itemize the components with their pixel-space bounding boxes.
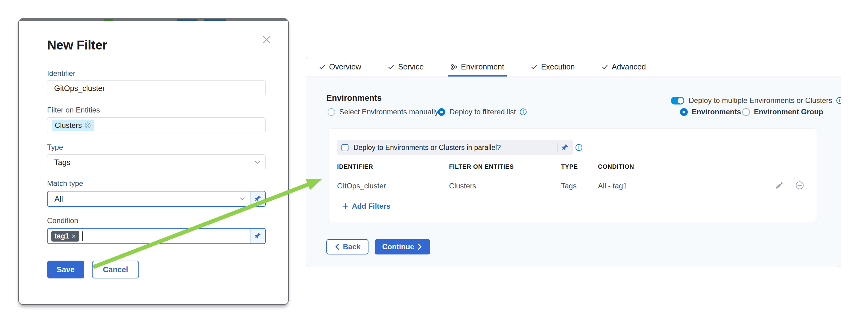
edit-icon[interactable] xyxy=(775,181,784,190)
strip-blue-segment xyxy=(177,19,197,21)
text-caret xyxy=(82,231,83,241)
continue-label: Continue xyxy=(382,242,414,251)
filters-card: Deploy to Environments or Clusters in pa… xyxy=(328,128,817,222)
info-icon[interactable] xyxy=(520,108,527,116)
identifier-label: Identifier xyxy=(47,69,75,78)
environment-tab-content: Environments Select Environments manuall… xyxy=(306,77,841,267)
radio-deploy-filtered-label: Deploy to filtered list xyxy=(450,107,516,116)
type-label: Type xyxy=(47,143,63,152)
radio-deploy-filtered[interactable] xyxy=(438,108,445,116)
info-icon[interactable] xyxy=(575,144,583,151)
radio-environment-group[interactable] xyxy=(742,108,750,116)
pin-button[interactable] xyxy=(250,192,265,206)
radio-environment-group-label: Environment Group xyxy=(754,107,823,116)
add-filters-label: Add Filters xyxy=(352,202,390,210)
check-icon xyxy=(601,63,609,70)
tab-label: Service xyxy=(398,62,424,71)
new-filter-modal: New Filter Identifier GitOps_cluster Fil… xyxy=(18,18,289,305)
pipeline-stage-panel: Overview Service Environment xyxy=(306,57,841,267)
chevron-down-icon xyxy=(239,196,245,202)
pin-icon xyxy=(254,233,261,240)
radio-select-manually[interactable] xyxy=(328,108,335,116)
strip-blue-segment xyxy=(204,19,226,21)
chevron-right-icon xyxy=(417,243,423,250)
row-entities: Clusters xyxy=(449,182,476,190)
environment-icon xyxy=(450,63,458,71)
close-icon[interactable] xyxy=(262,35,272,44)
screenshot-root: New Filter Identifier GitOps_cluster Fil… xyxy=(0,0,868,327)
add-filters-button[interactable]: Add Filters xyxy=(342,202,390,210)
row-identifier: GitOps_cluster xyxy=(337,182,386,190)
save-button[interactable]: Save xyxy=(47,261,84,279)
tag1-chip[interactable]: tag1 xyxy=(51,231,79,241)
tab-label: Advanced xyxy=(612,62,646,71)
parallel-option-row: Deploy to Environments or Clusters in pa… xyxy=(337,140,573,155)
environments-heading: Environments xyxy=(327,93,382,103)
chevron-down-icon xyxy=(254,159,260,165)
type-value: Tags xyxy=(54,158,70,167)
entities-label: Filter on Entities xyxy=(47,106,100,114)
tab-environment[interactable]: Environment xyxy=(450,57,504,76)
tab-label: Overview xyxy=(329,62,361,71)
deploy-multiple-toggle-label: Deploy to multiple Environments or Clust… xyxy=(689,96,832,105)
entities-input[interactable]: Clusters xyxy=(47,118,266,133)
plus-icon xyxy=(342,203,349,209)
cancel-button[interactable]: Cancel xyxy=(92,261,139,279)
strip-green-segment xyxy=(104,19,113,21)
tab-overview[interactable]: Overview xyxy=(319,57,361,76)
deploy-multiple-toggle[interactable] xyxy=(671,97,684,104)
chevron-left-icon xyxy=(334,243,340,250)
modal-top-strip xyxy=(19,19,288,21)
clusters-chip[interactable]: Clusters xyxy=(52,120,94,131)
radio-select-manually-label: Select Environments manually xyxy=(339,107,439,116)
type-select[interactable]: Tags xyxy=(47,154,266,170)
match-type-label: Match type xyxy=(47,179,83,188)
col-header-condition: CONDITION xyxy=(598,163,634,170)
row-type: Tags xyxy=(561,182,577,190)
pin-icon[interactable] xyxy=(562,144,569,151)
clusters-chip-label: Clusters xyxy=(55,121,82,130)
row-condition: All - tag1 xyxy=(598,182,627,190)
chip-remove-icon[interactable] xyxy=(71,234,76,238)
pin-button[interactable] xyxy=(250,229,265,243)
col-header-type: TYPE xyxy=(561,163,578,170)
condition-input[interactable]: tag1 xyxy=(47,228,266,244)
tab-advanced[interactable]: Advanced xyxy=(601,57,646,76)
back-button[interactable]: Back xyxy=(327,239,369,255)
pin-icon xyxy=(254,195,261,202)
check-icon xyxy=(319,63,326,70)
info-icon[interactable] xyxy=(836,97,841,104)
back-label: Back xyxy=(343,242,361,251)
parallel-checkbox-label: Deploy to Environments or Clusters in pa… xyxy=(353,143,501,152)
chip-remove-icon[interactable] xyxy=(84,122,91,129)
modal-title: New Filter xyxy=(47,38,107,53)
divider xyxy=(557,143,558,152)
parallel-checkbox[interactable] xyxy=(341,144,348,151)
stage-tabbar: Overview Service Environment xyxy=(306,57,841,77)
tag1-chip-label: tag1 xyxy=(55,232,69,240)
match-type-select[interactable]: All xyxy=(47,191,266,207)
radio-environments-label: Environments xyxy=(692,107,741,116)
radio-environments[interactable] xyxy=(680,108,688,116)
tab-execution[interactable]: Execution xyxy=(531,57,575,76)
tab-label: Execution xyxy=(541,62,575,71)
tab-label: Environment xyxy=(461,62,504,71)
identifier-input[interactable]: GitOps_cluster xyxy=(47,80,266,96)
col-header-entities: FILTER ON ENTITIES xyxy=(449,163,514,170)
col-header-identifier: IDENTIFIER xyxy=(337,163,373,170)
match-type-value: All xyxy=(48,195,63,203)
identifier-value: GitOps_cluster xyxy=(54,84,105,93)
continue-button[interactable]: Continue xyxy=(375,239,430,255)
check-icon xyxy=(531,63,538,70)
remove-icon[interactable] xyxy=(796,181,804,190)
check-icon xyxy=(388,63,395,70)
condition-label: Condition xyxy=(47,216,78,225)
tab-service[interactable]: Service xyxy=(388,57,424,76)
